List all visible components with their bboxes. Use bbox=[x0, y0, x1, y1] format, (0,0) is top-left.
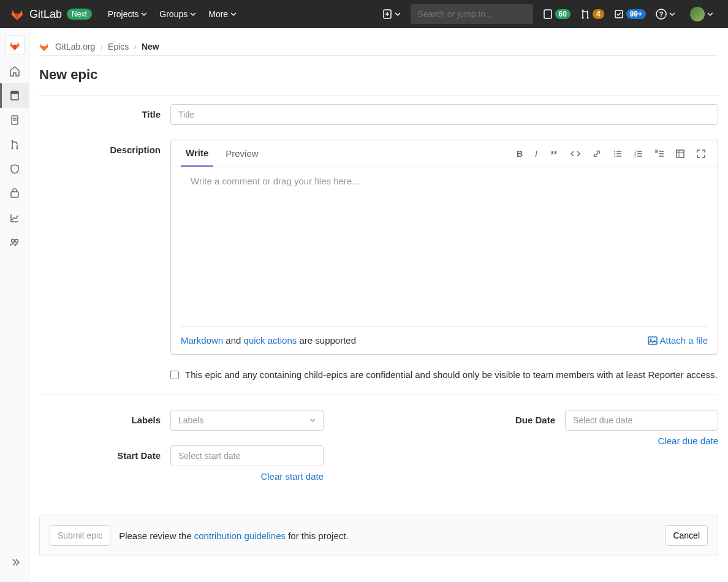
nav-projects-label: Projects bbox=[108, 9, 139, 19]
brand-name[interactable]: GitLab bbox=[29, 8, 62, 21]
clear-start-date[interactable]: Clear start date bbox=[170, 471, 324, 482]
sidebar-group-logo[interactable] bbox=[5, 36, 25, 55]
sidebar-epics-icon[interactable] bbox=[0, 83, 29, 108]
tab-write[interactable]: Write bbox=[181, 140, 213, 167]
image-icon bbox=[648, 336, 658, 346]
title-input[interactable] bbox=[170, 104, 718, 125]
chevron-right-icon: › bbox=[100, 42, 103, 51]
svg-text:?: ? bbox=[659, 10, 664, 18]
svg-point-12 bbox=[11, 140, 13, 142]
mrs-count: 4 bbox=[593, 9, 604, 19]
code-icon[interactable] bbox=[568, 146, 583, 161]
breadcrumb-logo-icon bbox=[39, 42, 49, 51]
quick-actions-link[interactable]: quick actions bbox=[244, 335, 297, 346]
cancel-button[interactable]: Cancel bbox=[665, 525, 708, 546]
issues-count: 60 bbox=[555, 9, 571, 19]
sidebar-mr-icon[interactable] bbox=[0, 132, 29, 157]
svg-rect-15 bbox=[11, 192, 18, 197]
review-text: Please review the contribution guideline… bbox=[119, 531, 348, 541]
italic-icon[interactable]: I bbox=[533, 146, 540, 161]
markdown-link[interactable]: Markdown bbox=[181, 335, 223, 346]
sidebar-analytics-icon[interactable] bbox=[0, 206, 29, 230]
description-editor: Write Preview B I 123 bbox=[170, 140, 718, 355]
confidential-checkbox[interactable] bbox=[170, 371, 179, 379]
description-textarea[interactable]: Write a comment or drag your files here… bbox=[181, 167, 708, 327]
sidebar-issues-icon[interactable] bbox=[0, 108, 29, 132]
plus-dropdown[interactable] bbox=[377, 9, 406, 19]
bold-icon[interactable]: B bbox=[514, 146, 525, 161]
chevron-down-icon bbox=[309, 417, 316, 423]
breadcrumb-section[interactable]: Epics bbox=[108, 42, 129, 51]
svg-point-18 bbox=[614, 151, 615, 152]
search-input-wrapper[interactable] bbox=[411, 4, 533, 24]
svg-point-19 bbox=[614, 153, 615, 154]
task-list-icon[interactable] bbox=[653, 146, 666, 161]
start-date-input[interactable] bbox=[170, 445, 324, 466]
gitlab-logo-icon[interactable] bbox=[10, 7, 25, 21]
attach-file-button[interactable]: Attach a file bbox=[648, 335, 708, 346]
svg-point-5 bbox=[586, 17, 588, 19]
breadcrumb-org[interactable]: GitLab.org bbox=[55, 42, 95, 51]
search-icon bbox=[525, 10, 526, 18]
breadcrumb-current: New bbox=[142, 42, 159, 51]
sidebar-packages-icon[interactable] bbox=[0, 181, 29, 206]
confidential-label: This epic and any containing child-epics… bbox=[185, 369, 718, 380]
sidebar-security-icon[interactable] bbox=[0, 157, 29, 181]
title-label: Title bbox=[39, 104, 170, 125]
sidebar-toggle-icon[interactable] bbox=[0, 550, 29, 575]
bullet-list-icon[interactable] bbox=[611, 146, 624, 161]
description-label: Description bbox=[39, 140, 170, 355]
svg-point-14 bbox=[16, 148, 18, 149]
chevron-right-icon: › bbox=[134, 42, 137, 51]
svg-rect-26 bbox=[648, 337, 657, 344]
fullscreen-icon[interactable] bbox=[694, 146, 708, 161]
svg-text:3: 3 bbox=[634, 154, 636, 158]
table-icon[interactable] bbox=[673, 146, 687, 161]
nav-more[interactable]: More bbox=[202, 9, 243, 19]
svg-rect-25 bbox=[677, 150, 684, 157]
svg-rect-10 bbox=[11, 91, 18, 94]
mrs-counter[interactable]: 4 bbox=[575, 9, 609, 19]
sidebar-home-icon[interactable] bbox=[0, 59, 29, 83]
quote-icon[interactable] bbox=[547, 146, 561, 161]
due-date-label: Due Date bbox=[491, 410, 565, 446]
due-date-input[interactable] bbox=[565, 410, 718, 431]
issues-counter[interactable]: 60 bbox=[538, 9, 575, 19]
markdown-help: Markdown and quick actions are supported bbox=[181, 335, 356, 346]
breadcrumb: GitLab.org › Epics › New bbox=[39, 38, 718, 56]
editor-toolbar: B I 123 bbox=[514, 146, 708, 161]
svg-point-4 bbox=[582, 17, 583, 19]
nav-projects[interactable]: Projects bbox=[102, 9, 154, 19]
form-footer: Submit epic Please review the contributi… bbox=[39, 515, 718, 556]
next-badge[interactable]: Next bbox=[67, 9, 92, 20]
clear-due-date[interactable]: Clear due date bbox=[565, 436, 718, 446]
todos-counter[interactable]: 99+ bbox=[609, 9, 651, 19]
labels-placeholder: Labels bbox=[178, 415, 203, 425]
svg-rect-2 bbox=[544, 10, 552, 18]
main-content: GitLab.org › Epics › New New epic Title … bbox=[29, 28, 728, 582]
nav-groups-label: Groups bbox=[159, 9, 188, 19]
help-dropdown[interactable]: ? bbox=[651, 9, 680, 20]
svg-point-20 bbox=[614, 156, 615, 157]
search-input[interactable] bbox=[418, 9, 525, 19]
labels-label: Labels bbox=[39, 410, 170, 431]
svg-point-3 bbox=[582, 10, 583, 12]
nav-groups[interactable]: Groups bbox=[153, 9, 202, 19]
labels-dropdown[interactable]: Labels bbox=[170, 410, 324, 431]
start-date-label: Start Date bbox=[39, 445, 170, 482]
nav-more-label: More bbox=[208, 9, 228, 19]
svg-point-13 bbox=[11, 148, 13, 149]
numbered-list-icon[interactable]: 123 bbox=[632, 146, 645, 161]
sidebar bbox=[0, 28, 29, 582]
attach-file-label: Attach a file bbox=[660, 335, 708, 346]
submit-button[interactable]: Submit epic bbox=[50, 525, 110, 546]
svg-point-16 bbox=[11, 240, 14, 243]
svg-point-17 bbox=[15, 240, 18, 243]
sidebar-members-icon[interactable] bbox=[0, 230, 29, 255]
todos-count: 99+ bbox=[626, 9, 646, 19]
contribution-guidelines-link[interactable]: contribution guidelines bbox=[194, 531, 286, 541]
avatar bbox=[690, 7, 705, 21]
user-menu[interactable] bbox=[680, 7, 718, 21]
link-icon[interactable] bbox=[590, 146, 604, 161]
tab-preview[interactable]: Preview bbox=[221, 141, 263, 166]
